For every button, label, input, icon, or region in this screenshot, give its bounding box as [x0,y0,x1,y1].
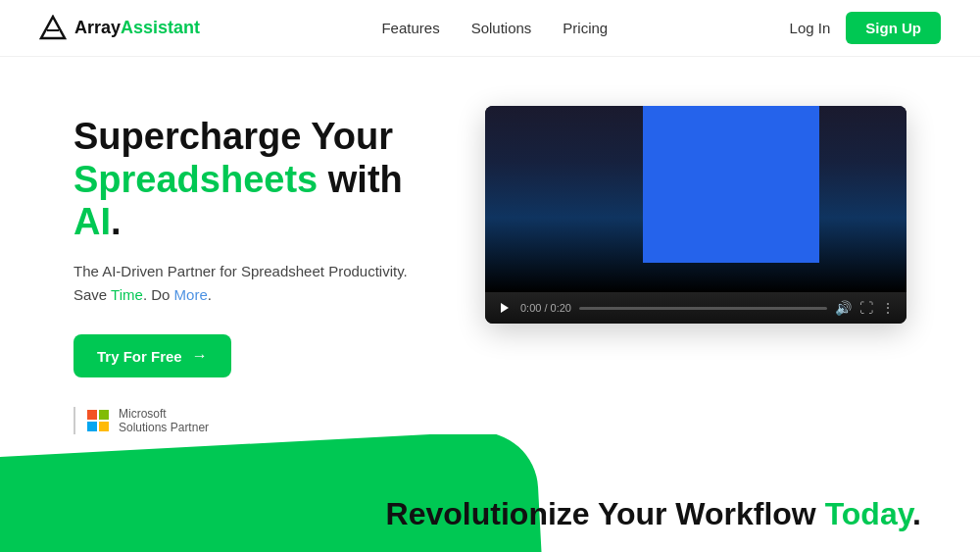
arrow-icon: → [192,347,208,365]
try-for-free-button[interactable]: Try For Free → [74,334,231,377]
nav-item-features[interactable]: Features [381,20,439,37]
bottom-text-period: . [912,496,921,531]
hero-title-line1: Supercharge Your [74,116,393,157]
logo-icon [39,15,67,42]
fullscreen-icon[interactable]: ⛶ [859,300,873,316]
logo-text: ArrayAssistant [74,18,200,38]
ms-yellow-square [99,422,109,431]
nav-link-solutions[interactable]: Solutions [471,20,532,36]
hero-section: Supercharge Your Spreadsheets with AI. T… [0,57,980,434]
subtitle-more: More [174,286,208,303]
svg-marker-0 [41,17,65,38]
navbar: ArrayAssistant Features Solutions Pricin… [0,0,980,57]
volume-icon[interactable]: 🔊 [835,300,852,316]
try-btn-label: Try For Free [97,348,182,365]
video-controls: 0:00 / 0:20 🔊 ⛶ ⋮ [485,292,906,324]
hero-title-ai: AI [74,201,111,242]
subtitle-time: Time [111,286,143,303]
progress-bar[interactable] [579,307,827,310]
nav-right: Log In Sign Up [790,12,941,44]
login-button[interactable]: Log In [790,20,831,36]
hero-title: Supercharge Your Spreadsheets with AI. [74,116,446,244]
video-screen [485,106,906,292]
green-wave [0,434,980,552]
video-player[interactable]: 0:00 / 0:20 🔊 ⛶ ⋮ [485,106,906,324]
hero-title-with: with [328,159,403,200]
logo-assistant: Assistant [121,18,200,37]
more-options-icon[interactable]: ⋮ [881,300,895,316]
nav-item-pricing[interactable]: Pricing [563,20,608,37]
bottom-text: Revolutionize Your Workflow Today. [386,496,921,532]
subtitle-save: Save [74,286,111,303]
ms-badge: MicrosoftSolutions Partner [74,407,446,434]
hero-right: 0:00 / 0:20 🔊 ⛶ ⋮ [485,106,906,324]
hero-subtitle: The AI-Driven Partner for Spreadsheet Pr… [74,260,446,307]
logo-array: Array [74,18,121,37]
nav-link-features[interactable]: Features [381,20,439,36]
nav-links: Features Solutions Pricing [381,20,608,37]
ms-text: MicrosoftSolutions Partner [119,407,209,434]
nav-link-pricing[interactable]: Pricing [563,20,608,36]
video-time: 0:00 / 0:20 [520,302,571,314]
play-button[interactable] [497,300,513,316]
signup-button[interactable]: Sign Up [846,12,941,44]
nav-item-solutions[interactable]: Solutions [471,20,532,37]
hero-left: Supercharge Your Spreadsheets with AI. T… [74,116,446,434]
play-icon [501,303,509,313]
ms-green-square [99,410,109,420]
green-wave-shape [0,434,542,552]
video-blue-rect [643,106,819,263]
hero-title-spreadsheets: Spreadsheets [74,159,318,200]
ms-blue-square [87,422,97,431]
ms-red-square [87,410,97,420]
subtitle-period: . [208,286,212,303]
bottom-text-main: Revolutionize Your Workflow [386,496,825,531]
subtitle-main: The AI-Driven Partner for Spreadsheet Pr… [74,263,408,279]
ms-logo [87,410,109,431]
subtitle-do: . Do [143,286,174,303]
bottom-text-green: Today [825,496,912,531]
hero-title-period: . [111,201,122,242]
logo[interactable]: ArrayAssistant [39,15,200,42]
